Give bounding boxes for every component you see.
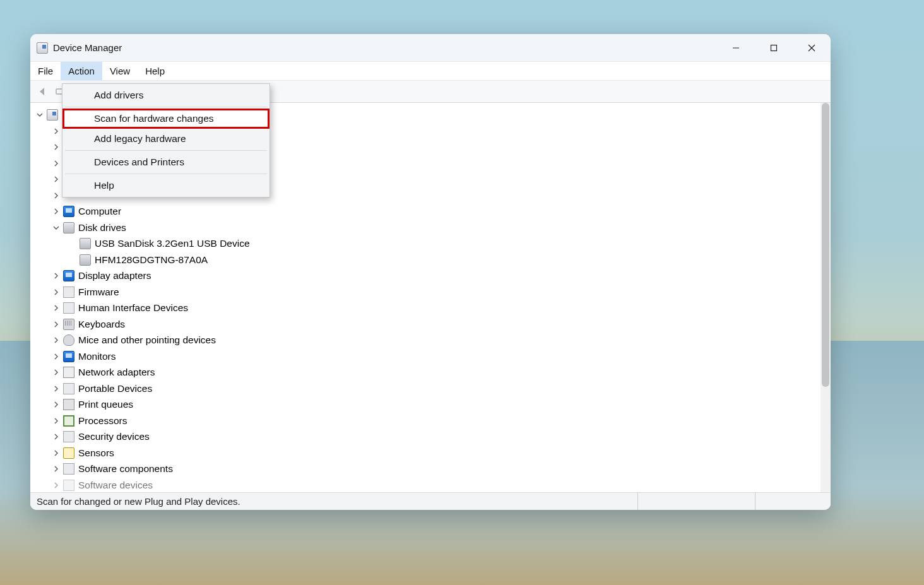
chevron-right-icon[interactable] [52, 384, 61, 393]
close-icon [808, 44, 815, 52]
tree-label: Sensors [78, 447, 114, 459]
scrollbar-thumb[interactable] [822, 103, 829, 387]
menu-file[interactable]: File [30, 62, 61, 80]
chevron-right-icon[interactable] [52, 191, 61, 200]
tree-label: Keyboards [78, 319, 125, 330]
tree-node-monitors[interactable]: Monitors [34, 348, 828, 365]
menu-item-add-drivers[interactable]: Add drivers [62, 85, 270, 105]
menu-separator [65, 174, 267, 174]
tree-node-portable[interactable]: Portable Devices [34, 381, 828, 397]
software-devices-icon [63, 480, 74, 491]
menu-item-devices-printers[interactable]: Devices and Printers [62, 152, 270, 172]
tree-node-software-components[interactable]: Software components [34, 461, 828, 477]
firmware-icon [63, 287, 74, 298]
maximize-icon [770, 44, 778, 52]
print-queues-icon [63, 399, 74, 410]
disk-icon [80, 254, 91, 266]
action-menu-dropdown: Add drivers Scan for hardware changes Ad… [62, 83, 270, 198]
chevron-right-icon[interactable] [52, 271, 61, 280]
menu-item-scan-hardware[interactable]: Scan for hardware changes [62, 109, 270, 129]
chevron-right-icon[interactable] [52, 288, 61, 297]
device-manager-icon [37, 42, 48, 54]
tree-node-network[interactable]: Network adapters [34, 364, 828, 381]
network-icon [63, 367, 74, 378]
menubar: File Action View Help [30, 62, 831, 81]
tree-leaf-disk2[interactable]: HFM128GDGTNG-87A0A [34, 252, 828, 268]
window-controls [717, 34, 831, 62]
menu-item-add-legacy[interactable]: Add legacy hardware [62, 129, 270, 149]
menu-separator [65, 150, 267, 151]
tree-label: Network adapters [78, 367, 155, 378]
computer-icon [63, 206, 74, 217]
chevron-down-icon[interactable] [35, 110, 44, 119]
chevron-right-icon[interactable] [52, 159, 61, 168]
chevron-right-icon[interactable] [52, 432, 61, 441]
chevron-right-icon[interactable] [52, 207, 61, 216]
tree-label: USB SanDisk 3.2Gen1 USB Device [95, 238, 250, 249]
tree-node-firmware[interactable]: Firmware [34, 284, 828, 300]
tree-label: Display adapters [78, 270, 151, 281]
close-button[interactable] [793, 34, 831, 62]
chevron-right-icon[interactable] [52, 304, 61, 312]
menu-action[interactable]: Action [61, 62, 102, 80]
statusbar-cell [637, 493, 755, 510]
menu-separator [65, 107, 267, 107]
tree-node-security[interactable]: Security devices [34, 428, 828, 445]
tree-label: Print queues [78, 399, 133, 410]
tree-label: Firmware [78, 287, 119, 298]
arrow-left-icon [37, 86, 48, 97]
tree-node-computer[interactable]: Computer [34, 203, 828, 220]
maximize-button[interactable] [755, 34, 793, 62]
status-text: Scan for changed or new Plug and Play de… [30, 496, 240, 507]
tree-leaf-disk1[interactable]: USB SanDisk 3.2Gen1 USB Device [34, 235, 828, 252]
keyboards-icon [63, 319, 74, 330]
tree-node-hid[interactable]: Human Interface Devices [34, 300, 828, 316]
svg-line-3 [808, 45, 815, 51]
chevron-right-icon[interactable] [52, 352, 61, 361]
tree-label: Software devices [78, 480, 153, 491]
tree-node-display[interactable]: Display adapters [34, 268, 828, 284]
chevron-right-icon[interactable] [52, 336, 61, 345]
chevron-down-icon[interactable] [52, 223, 61, 232]
tree-node-print[interactable]: Print queues [34, 396, 828, 413]
sensors-icon [63, 447, 74, 459]
chevron-right-icon[interactable] [52, 417, 61, 425]
device-manager-window: Device Manager File Action View Help [30, 34, 831, 510]
menu-item-help[interactable]: Help [62, 175, 270, 196]
tree-label: HFM128GDGTNG-87A0A [95, 254, 208, 266]
tree-label: Disk drives [78, 222, 126, 233]
tree-node-sensors[interactable]: Sensors [34, 445, 828, 461]
chevron-right-icon[interactable] [52, 464, 61, 473]
tree-label: Software components [78, 463, 173, 475]
chevron-right-icon[interactable] [52, 481, 61, 490]
processors-icon [63, 415, 74, 427]
tree-label: Monitors [78, 351, 116, 362]
chevron-right-icon[interactable] [52, 449, 61, 458]
chevron-right-icon[interactable] [52, 368, 61, 377]
vertical-scrollbar[interactable] [820, 103, 831, 492]
mice-icon [63, 334, 74, 346]
chevron-right-icon[interactable] [52, 175, 61, 184]
menu-help[interactable]: Help [138, 62, 172, 80]
hid-icon [63, 302, 74, 314]
chevron-right-icon[interactable] [52, 400, 61, 409]
tree-node-disk-drives[interactable]: Disk drives [34, 220, 828, 236]
chevron-right-icon[interactable] [52, 320, 61, 329]
tree-label: Portable Devices [78, 383, 152, 394]
tree-node-processors[interactable]: Processors [34, 413, 828, 429]
tree-node-keyboards[interactable]: Keyboards [34, 316, 828, 333]
monitors-icon [63, 351, 74, 362]
display-adapters-icon [63, 270, 74, 281]
minimize-icon [732, 44, 740, 52]
chevron-right-icon[interactable] [52, 127, 61, 136]
disk-drives-icon [63, 222, 74, 233]
portable-devices-icon [63, 383, 74, 394]
minimize-button[interactable] [717, 34, 755, 62]
tree-node-software-devices[interactable]: Software devices [34, 477, 828, 493]
chevron-right-icon[interactable] [52, 143, 61, 151]
toolbar-back-button[interactable] [34, 83, 50, 100]
menu-view[interactable]: View [102, 62, 138, 80]
computer-root-icon [47, 109, 58, 121]
titlebar: Device Manager [30, 34, 831, 62]
tree-node-mice[interactable]: Mice and other pointing devices [34, 332, 828, 348]
